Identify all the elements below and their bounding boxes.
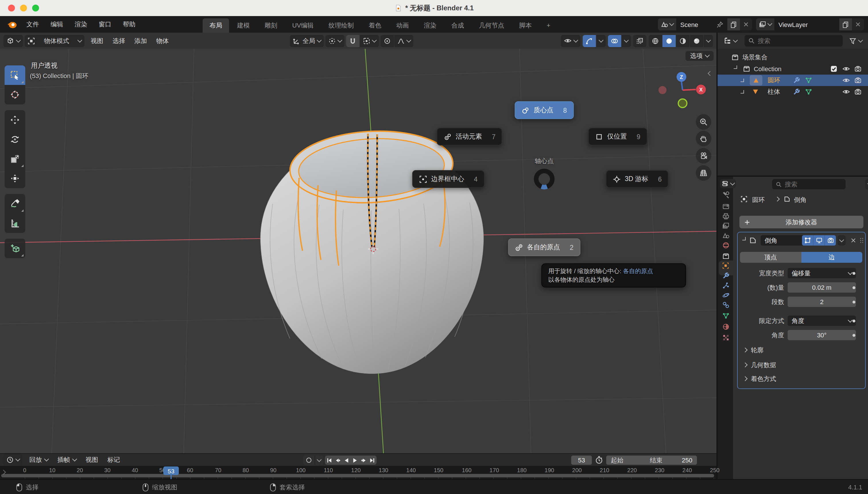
field-widget[interactable]: 偏移量 [788,268,856,278]
add-modifier-button[interactable]: 添加修改器 [739,216,863,228]
tab-world-icon[interactable] [722,241,730,249]
previous-keyframe-button[interactable] [334,456,342,465]
tab-edges[interactable]: 边 [801,252,862,263]
tool-rotate[interactable] [5,130,25,149]
pie-item-individual-origins[interactable]: 各自的原点 2 [508,239,580,256]
outliner-search-input[interactable] [758,37,839,44]
proportional-edit-toggle[interactable] [381,35,394,47]
autokey-toggle[interactable] [303,456,315,465]
frame-end-field[interactable]: 结束 250 [645,456,697,465]
hide-eye-icon[interactable] [842,76,850,84]
timeline-editor-type-button[interactable] [3,454,22,466]
next-keyframe-button[interactable] [359,456,368,465]
field-widget[interactable]: 角度 [788,316,856,326]
viewlayer-remove-button[interactable] [852,18,864,31]
overlays-dropdown[interactable] [622,35,631,47]
disable-render-camera-icon[interactable] [854,65,862,73]
snap-toggle[interactable] [346,35,359,47]
menu-item[interactable]: 窗口 [93,16,117,33]
outliner-search[interactable] [744,35,843,46]
viewlayer-new-button[interactable] [839,18,852,31]
tool-select-box[interactable] [5,65,25,85]
play-button[interactable] [351,456,359,465]
viewlayer-browse-button[interactable] [756,18,774,31]
current-frame-field[interactable]: 53 [571,456,592,465]
viewport-menu-item[interactable]: 视图 [86,33,108,49]
tab-object-icon[interactable] [722,262,730,270]
properties-search-input[interactable] [785,181,842,188]
workspace-tab[interactable]: + [540,18,557,33]
workspace-tab[interactable]: 渲染 [417,18,443,33]
disable-render-camera-icon[interactable] [854,77,862,84]
tab-render-icon[interactable] [722,202,730,210]
timeline-menu-item[interactable]: 插帧 [53,456,81,464]
scene-browse-button[interactable] [658,18,676,31]
timeline-scrollbar[interactable] [1,474,714,477]
field-widget[interactable]: 30° [788,330,856,340]
menu-item[interactable]: 文件 [21,16,45,33]
collapsed-section[interactable]: 着色方式 [743,374,776,384]
delete-modifier-icon[interactable] [850,237,856,244]
close-window-button[interactable] [8,5,15,12]
modifier-extras-dropdown[interactable] [837,235,846,246]
field-widget[interactable]: 0.02 m [788,282,856,292]
tool-scale[interactable] [5,149,25,169]
hide-eye-icon[interactable] [842,65,850,73]
viewport-menu-item[interactable]: 添加 [130,33,151,49]
pie-item-median-point[interactable]: 质心点 8 [515,101,574,119]
properties-options-dropdown[interactable] [865,179,868,189]
axis-minus-y-ball[interactable] [678,99,687,108]
tab-viewlayer-icon[interactable] [722,222,730,229]
hide-eye-icon[interactable] [842,88,850,96]
toggle-render-display[interactable] [824,235,836,246]
playhead-badge[interactable]: 53 [163,467,179,475]
jump-to-start-button[interactable] [325,456,334,465]
gizmos-toggle[interactable] [583,35,596,47]
tool-cursor[interactable] [5,85,25,104]
zoom-button[interactable] [696,114,711,130]
outliner-row-cylinder[interactable]: 柱体 [718,86,868,97]
overlays-toggle[interactable] [608,35,621,47]
snap-settings-dropdown[interactable] [360,35,379,47]
toggle-realtime-display[interactable] [813,235,824,246]
tab-collection-icon[interactable] [722,252,730,260]
animate-dot[interactable] [852,272,855,275]
tab-tool-icon[interactable] [722,190,730,198]
modifier-name-field[interactable]: 倒角 [761,235,806,246]
animate-dot[interactable] [852,286,855,289]
pie-item-3d-cursor[interactable]: 3D 游标 6 [606,170,669,188]
viewlayer-name-field[interactable]: ViewLayer [774,18,839,31]
transform-orientation-dropdown[interactable]: 全局 [290,35,324,47]
tool-transform[interactable] [5,169,25,188]
collapse-panel-arrow[interactable] [742,237,746,241]
scene-unlink-button[interactable] [740,18,752,31]
workspace-tab[interactable]: UV编辑 [285,18,321,33]
outliner-display-mode-dropdown[interactable] [720,35,740,47]
menu-item[interactable]: 帮助 [117,16,141,33]
navigation-gizmo[interactable]: Z X [654,71,712,111]
mode-selector[interactable]: 物体模式 [25,35,85,47]
animate-dot[interactable] [852,320,855,322]
pin-icon[interactable] [717,21,723,28]
timeline-menu-item[interactable]: 标记 [103,456,125,464]
orthographic-toggle-button[interactable] [696,165,711,181]
options-dropdown[interactable]: 选项 [685,51,714,61]
use-preview-range-button[interactable] [595,456,603,464]
collapsed-section[interactable]: 几何数据 [743,360,776,370]
autokey-dropdown[interactable] [315,456,323,465]
axis-minus-x-ball[interactable] [659,86,666,94]
pie-item-active-element[interactable]: 活动元素 7 [437,128,503,146]
collapse-arrow-icon[interactable] [741,90,744,94]
disable-render-camera-icon[interactable] [854,88,862,96]
shading-wireframe-button[interactable] [649,35,662,47]
pivot-point-dropdown[interactable] [326,35,345,47]
pan-hand-button[interactable] [696,131,711,146]
pie-center-widget[interactable] [532,166,557,192]
workspace-tab[interactable]: 合成 [445,18,471,33]
pie-item-only-locations[interactable]: 仅位置 9 [588,128,647,146]
xray-toggle[interactable] [633,35,646,47]
collapsed-section[interactable]: 轮廓 [743,345,763,355]
editor-type-button[interactable] [3,35,23,47]
jump-to-end-button[interactable] [368,456,376,465]
tab-vertices[interactable]: 顶点 [740,252,801,263]
